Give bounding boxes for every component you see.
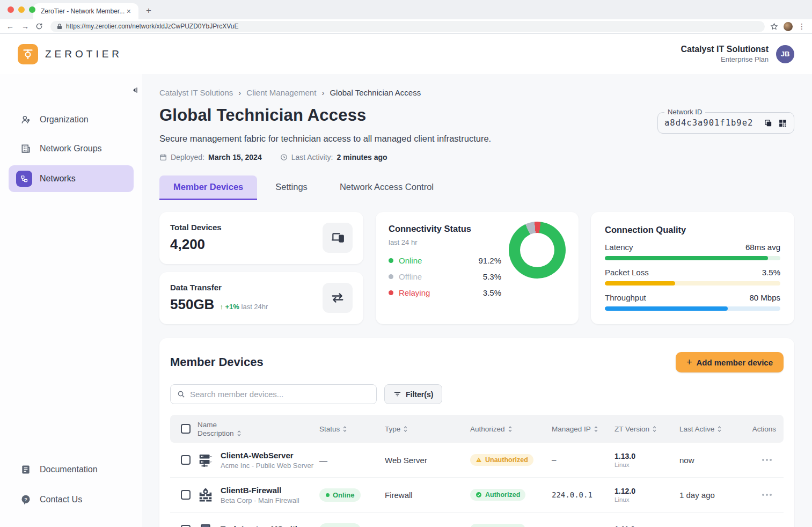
tab-settings[interactable]: Settings	[261, 175, 321, 200]
network-id-field: Network ID a8d4c3a901f1b9e2	[657, 112, 794, 134]
user-avatar[interactable]: JB	[776, 45, 794, 63]
browser-toolbar: ← → https://my.zerotier.com/network/xldJ…	[0, 19, 812, 34]
table-row[interactable]: ClientA-WebServer Acme Inc - Public Web …	[170, 443, 784, 478]
connection-quality-card: Connection Quality Latency 68ms avg Pack…	[591, 212, 794, 324]
row-checkbox[interactable]	[181, 490, 191, 500]
quality-title: Connection Quality	[605, 225, 780, 235]
search-input[interactable]	[190, 390, 370, 399]
row-checkbox[interactable]	[181, 455, 191, 465]
sidebar-item-network-groups[interactable]: Network Groups	[0, 136, 142, 161]
qr-code-icon[interactable]	[778, 119, 787, 128]
sidebar-item-label: Network Groups	[40, 144, 102, 153]
browser-menu-icon[interactable]: ⋮	[798, 22, 806, 31]
sort-icon[interactable]	[342, 426, 347, 433]
tab-close-icon[interactable]: ×	[125, 7, 133, 16]
app-header: ZEROTIER Catalyst IT Solutionst Enterpri…	[0, 34, 812, 74]
row-actions-menu-icon[interactable]	[741, 459, 784, 461]
row-actions-menu-icon[interactable]	[741, 494, 784, 496]
column-header-last-active[interactable]: Last Active	[679, 425, 741, 433]
server-icon	[197, 452, 214, 468]
close-window-button[interactable]	[8, 6, 14, 13]
browser-tab-strip: ZeroTier - Network Member... × +	[0, 0, 812, 19]
row-checkbox[interactable]	[181, 525, 191, 527]
type-cell: Firewall	[385, 491, 470, 500]
sidebar-item-contact-us[interactable]: ? Contact Us	[0, 487, 142, 512]
device-description: Acme Inc - Public Web Server	[221, 462, 313, 470]
tab-network-access-control[interactable]: Network Access Control	[326, 175, 448, 200]
breadcrumb-item[interactable]: Client Management	[246, 88, 316, 97]
column-header-type[interactable]: Type	[385, 425, 470, 433]
table-row[interactable]: Tech-Laptop-MSmith Online Laptop	[170, 513, 784, 527]
last-active-cell: now	[679, 525, 741, 527]
sort-icon[interactable]	[652, 426, 657, 433]
sidebar-collapse-icon[interactable]	[130, 86, 139, 94]
minimize-window-button[interactable]	[18, 6, 25, 13]
device-description: Beta Corp - Main Firewall	[221, 496, 299, 504]
sidebar-item-label: Organization	[40, 115, 89, 125]
select-all-checkbox[interactable]	[181, 424, 191, 434]
transfer-arrows-icon	[323, 283, 353, 313]
column-header-managed-ip[interactable]: Managed IP	[552, 425, 615, 433]
deployed-value: March 15, 2024	[208, 153, 262, 162]
sidebar-item-organization[interactable]: Organization	[0, 107, 142, 132]
sort-icon[interactable]	[594, 426, 598, 433]
sort-icon[interactable]	[717, 426, 722, 433]
documentation-icon	[20, 464, 31, 475]
window-controls[interactable]	[8, 6, 35, 13]
connectivity-legend: Online 91.2% Offline 5.3% Relaying 3.5%	[389, 256, 501, 297]
column-header-authorized[interactable]: Authorized	[470, 425, 552, 433]
sort-icon[interactable]	[403, 426, 408, 433]
sidebar-item-networks[interactable]: Networks	[9, 165, 134, 192]
plus-icon: +	[686, 357, 692, 368]
tab-member-devices[interactable]: Member Devices	[159, 175, 257, 200]
sidebar-item-label: Networks	[40, 174, 76, 184]
new-tab-button[interactable]: +	[146, 5, 151, 16]
copy-icon[interactable]	[764, 119, 773, 128]
add-member-device-button[interactable]: + Add member device	[676, 352, 784, 372]
table-header-row: Name Description Status Type Aut	[170, 415, 784, 443]
org-plan: Enterprise Plan	[681, 55, 769, 63]
url-bar[interactable]: https://my.zerotier.com/network/xldJzCwP…	[50, 21, 765, 32]
device-name: ClientA-WebServer	[221, 451, 313, 460]
sidebar: Organization Network Groups Networks	[0, 74, 142, 527]
table-row[interactable]: ClientB-Firewall Beta Corp - Main Firewa…	[170, 478, 784, 513]
forward-icon[interactable]: →	[20, 22, 30, 31]
trend-text: ↑ +1% last 24hr	[220, 303, 268, 311]
column-header-actions: Actions	[741, 425, 784, 433]
sort-icon[interactable]	[508, 426, 513, 433]
sidebar-item-documentation[interactable]: Documentation	[0, 457, 142, 482]
type-cell: Laptop	[385, 525, 470, 527]
unauthorized-badge: Unauthorized	[470, 454, 533, 466]
reload-icon[interactable]	[35, 23, 45, 30]
back-icon[interactable]: ←	[5, 22, 15, 31]
breadcrumb-item[interactable]: Catalyst IT Solutions	[159, 88, 233, 97]
maximize-window-button[interactable]	[29, 6, 35, 13]
last-active-cell: 1 day ago	[679, 491, 741, 500]
bookmark-star-icon[interactable]	[770, 23, 778, 31]
breadcrumb: Catalyst IT Solutions › Client Managemen…	[159, 88, 794, 97]
column-header-name[interactable]: Name Description	[197, 421, 319, 437]
organization-icon	[20, 114, 31, 125]
sort-icon[interactable]	[237, 430, 242, 437]
browser-tab[interactable]: ZeroTier - Network Member... ×	[33, 3, 138, 19]
member-devices-title: Member Devices	[170, 355, 264, 369]
legend-row-offline: Offline 5.3%	[389, 272, 501, 281]
type-cell: Web Server	[385, 456, 470, 465]
trend-up-icon: ↑	[220, 303, 223, 311]
column-header-zt-version[interactable]: ZT Version	[615, 425, 679, 433]
sidebar-item-label: Contact Us	[40, 495, 82, 504]
main-content: Catalyst IT Solutions › Client Managemen…	[142, 74, 812, 527]
member-devices-panel: Member Devices + Add member device	[159, 338, 794, 527]
network-id-label: Network ID	[664, 108, 705, 116]
filters-button[interactable]: Filter(s)	[384, 384, 442, 404]
search-field[interactable]	[170, 384, 377, 404]
column-header-status[interactable]: Status	[319, 425, 385, 433]
online-status-badge: Online	[319, 523, 361, 527]
browser-profile-avatar[interactable]	[784, 22, 793, 31]
last-activity-label: Last Activity:	[291, 153, 333, 162]
members-table: Name Description Status Type Aut	[170, 415, 784, 527]
online-dot-icon	[326, 493, 330, 497]
url-text: https://my.zerotier.com/network/xldJzCwP…	[66, 23, 238, 30]
lock-icon	[57, 23, 62, 30]
page-description: Secure management fabric for technician …	[159, 134, 794, 144]
